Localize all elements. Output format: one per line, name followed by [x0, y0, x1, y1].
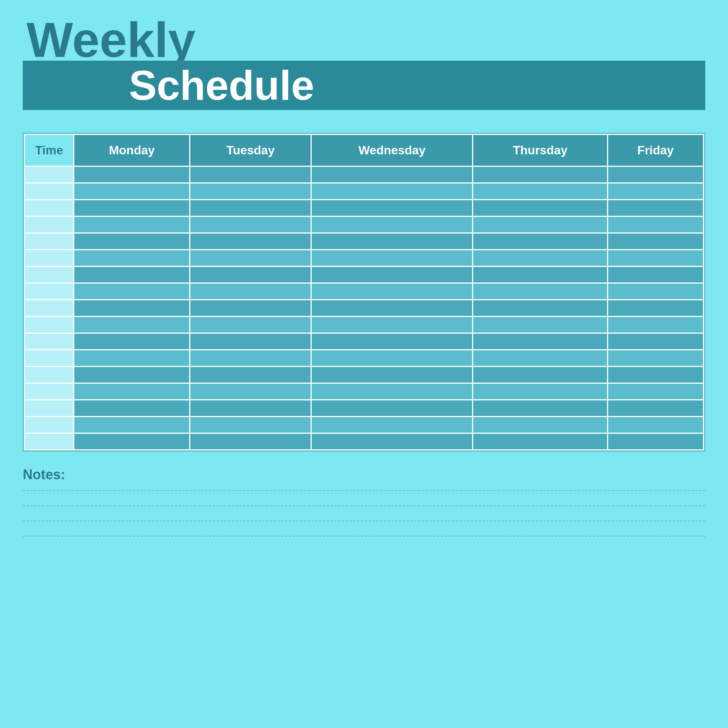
cell-tuesday — [190, 233, 311, 250]
table-row — [25, 350, 704, 367]
time-cell — [25, 267, 74, 283]
time-cell — [25, 233, 74, 250]
cell-monday — [74, 250, 190, 267]
notes-section: Notes: — [23, 467, 705, 713]
cell-wednesday — [311, 317, 473, 333]
cell-thursday — [473, 350, 607, 367]
cell-monday — [74, 383, 190, 400]
cell-thursday — [473, 367, 607, 383]
schedule-table: Time Monday Tuesday Wednesday Thursday F… — [24, 134, 704, 450]
cell-monday — [74, 433, 190, 450]
col-header-friday: Friday — [607, 135, 703, 166]
title-bar: Schedule — [23, 61, 705, 110]
cell-thursday — [473, 283, 607, 300]
table-row — [25, 383, 704, 400]
cell-thursday — [473, 400, 607, 417]
notes-line-4 — [23, 536, 705, 537]
cell-thursday — [473, 333, 607, 350]
header-section: Weekly Schedule — [23, 15, 705, 110]
cell-friday — [607, 383, 703, 400]
table-row — [25, 217, 704, 233]
cell-wednesday — [311, 350, 473, 367]
table-row — [25, 300, 704, 317]
cell-thursday — [473, 267, 607, 283]
page-wrapper: Weekly Schedule Time Monday Tuesday Wedn… — [0, 0, 728, 728]
table-row — [25, 200, 704, 217]
cell-monday — [74, 183, 190, 200]
cell-tuesday — [190, 200, 311, 217]
cell-wednesday — [311, 267, 473, 283]
table-row — [25, 417, 704, 433]
cell-friday — [607, 200, 703, 217]
time-cell — [25, 350, 74, 367]
cell-monday — [74, 217, 190, 233]
time-cell — [25, 400, 74, 417]
table-row — [25, 367, 704, 383]
cell-friday — [607, 283, 703, 300]
cell-thursday — [473, 250, 607, 267]
cell-thursday — [473, 200, 607, 217]
time-cell — [25, 183, 74, 200]
cell-friday — [607, 300, 703, 317]
cell-friday — [607, 417, 703, 433]
table-row — [25, 317, 704, 333]
cell-wednesday — [311, 200, 473, 217]
table-header-row: Time Monday Tuesday Wednesday Thursday F… — [25, 135, 704, 166]
cell-monday — [74, 300, 190, 317]
time-cell — [25, 433, 74, 450]
cell-wednesday — [311, 217, 473, 233]
cell-thursday — [473, 317, 607, 333]
cell-wednesday — [311, 400, 473, 417]
time-cell — [25, 217, 74, 233]
cell-tuesday — [190, 250, 311, 267]
time-cell — [25, 417, 74, 433]
notes-line-2 — [23, 505, 705, 506]
notes-label: Notes: — [23, 467, 705, 483]
time-cell — [25, 333, 74, 350]
time-cell — [25, 367, 74, 383]
cell-friday — [607, 250, 703, 267]
table-row — [25, 333, 704, 350]
cell-tuesday — [190, 350, 311, 367]
cell-tuesday — [190, 333, 311, 350]
cell-friday — [607, 350, 703, 367]
title-schedule: Schedule — [129, 62, 314, 108]
cell-monday — [74, 283, 190, 300]
col-header-thursday: Thursday — [473, 135, 607, 166]
time-cell — [25, 317, 74, 333]
cell-thursday — [473, 300, 607, 317]
cell-thursday — [473, 417, 607, 433]
col-header-monday: Monday — [74, 135, 190, 166]
cell-tuesday — [190, 166, 311, 183]
table-row — [25, 400, 704, 417]
cell-friday — [607, 433, 703, 450]
cell-thursday — [473, 233, 607, 250]
col-header-time: Time — [25, 135, 74, 166]
cell-monday — [74, 166, 190, 183]
cell-monday — [74, 400, 190, 417]
cell-tuesday — [190, 383, 311, 400]
time-cell — [25, 166, 74, 183]
cell-tuesday — [190, 417, 311, 433]
cell-wednesday — [311, 166, 473, 183]
cell-wednesday — [311, 417, 473, 433]
cell-wednesday — [311, 333, 473, 350]
notes-line-3 — [23, 521, 705, 521]
cell-wednesday — [311, 233, 473, 250]
cell-monday — [74, 417, 190, 433]
cell-thursday — [473, 166, 607, 183]
cell-tuesday — [190, 183, 311, 200]
cell-friday — [607, 217, 703, 233]
cell-friday — [607, 233, 703, 250]
cell-monday — [74, 200, 190, 217]
cell-wednesday — [311, 367, 473, 383]
col-header-tuesday: Tuesday — [190, 135, 311, 166]
cell-monday — [74, 317, 190, 333]
cell-thursday — [473, 217, 607, 233]
cell-tuesday — [190, 267, 311, 283]
cell-wednesday — [311, 283, 473, 300]
cell-monday — [74, 367, 190, 383]
table-container: Time Monday Tuesday Wednesday Thursday F… — [23, 133, 705, 452]
cell-wednesday — [311, 300, 473, 317]
title-weekly: Weekly — [27, 15, 705, 64]
